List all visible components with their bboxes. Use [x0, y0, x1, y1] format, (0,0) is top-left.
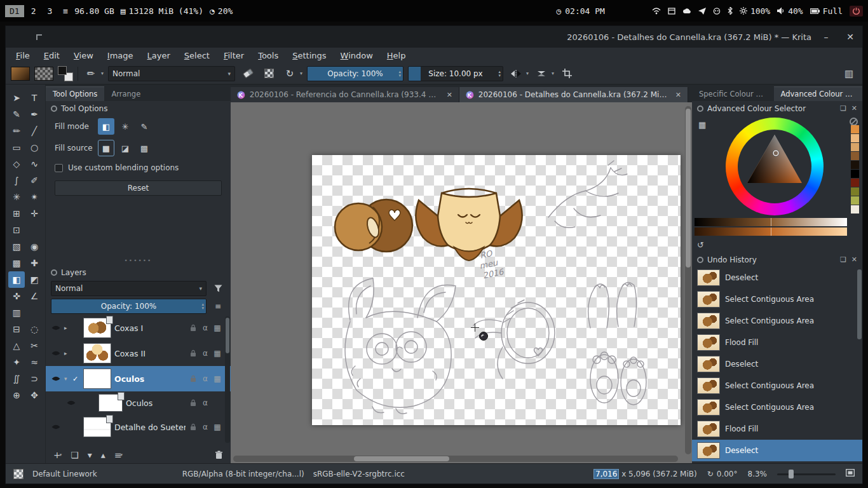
scrollbar-thumb[interactable]: [354, 456, 449, 461]
tool-button[interactable]: ◩: [26, 271, 43, 288]
selector-settings-icon[interactable]: ▦: [698, 120, 706, 130]
undo-history-item[interactable]: Flood Fill: [692, 332, 862, 353]
tool-button[interactable]: ✜: [8, 288, 25, 304]
fill-source-button[interactable]: ◪: [117, 140, 133, 156]
layer-row[interactable]: Detalhe do Sueter α ▦: [46, 414, 231, 440]
reload-preset-button[interactable]: ↻: [281, 65, 298, 82]
move-layer-down-button[interactable]: ▾: [88, 450, 92, 460]
workspace-indicator[interactable]: 3: [43, 5, 57, 17]
tool-button[interactable]: ▥: [8, 304, 25, 321]
tool-button[interactable]: ▧: [8, 238, 25, 255]
spinbox-arrows[interactable]: ▴▾: [201, 299, 204, 313]
chevron-down-icon[interactable]: ▾: [300, 71, 302, 76]
layer-row[interactable]: Oculos α ▦: [61, 391, 231, 414]
blending-mode-combo[interactable]: Normal▾: [108, 66, 235, 81]
chevron-down-icon[interactable]: ▾: [526, 71, 529, 76]
tool-button[interactable]: ✂: [26, 337, 43, 354]
duplicate-layer-button[interactable]: ❏: [71, 450, 79, 460]
add-layer-button[interactable]: +▾: [53, 450, 62, 460]
eraser-mode-button[interactable]: [240, 65, 256, 82]
refresh-icon[interactable]: ↺: [697, 240, 704, 250]
cloud-icon[interactable]: [682, 8, 691, 14]
tool-button[interactable]: ◌: [26, 321, 43, 337]
battery-status[interactable]: Full: [810, 6, 843, 16]
custom-blending-checkbox[interactable]: [55, 164, 63, 172]
undo-history-item[interactable]: Deselect: [692, 267, 862, 288]
zoom-slider[interactable]: [777, 470, 836, 478]
visibility-eye-icon[interactable]: [66, 400, 76, 406]
layer-opacity-slider[interactable]: Opacity: 100% ▴▾: [51, 299, 207, 314]
tool-button[interactable]: ⊕: [8, 387, 25, 403]
color-wheel[interactable]: [726, 118, 824, 215]
layer-thumbnail[interactable]: [83, 318, 111, 338]
tool-button[interactable]: ◧: [8, 271, 25, 288]
undo-history-item[interactable]: Deselect: [692, 440, 862, 461]
dimension-highlight[interactable]: 7,016: [593, 469, 619, 479]
menu-item[interactable]: Select: [184, 51, 210, 60]
foreground-color[interactable]: [58, 66, 67, 75]
color-swatch[interactable]: [851, 152, 859, 160]
layer-thumbnail[interactable]: [98, 394, 123, 412]
tool-button[interactable]: ✴: [26, 189, 43, 205]
fill-mode-button[interactable]: ✎: [136, 118, 153, 135]
foreground-background-colors[interactable]: [58, 66, 73, 81]
fill-mode-button[interactable]: ◧: [98, 118, 114, 135]
layer-thumbnail[interactable]: [83, 369, 111, 389]
workspace-indicator[interactable]: 2: [27, 5, 41, 17]
chevron-down-icon[interactable]: ▾: [101, 71, 104, 76]
docker-splitter[interactable]: ••••••: [46, 256, 231, 265]
workspace-indicator[interactable]: D1: [5, 5, 24, 17]
tool-button[interactable]: ✐: [26, 172, 43, 189]
telegram-icon[interactable]: [698, 8, 706, 15]
zoom-slider-handle[interactable]: [789, 470, 794, 478]
visibility-eye-icon[interactable]: [51, 325, 61, 331]
zoom-level[interactable]: 8.3%: [748, 470, 768, 478]
menu-item[interactable]: Layer: [147, 51, 170, 60]
undo-history-item[interactable]: Select Contiguous Area: [692, 396, 862, 418]
brush-size-slider[interactable]: Size: 10.00 px ▴▾: [408, 66, 503, 81]
color-swatch[interactable]: [851, 205, 859, 214]
layer-filter-button[interactable]: [210, 281, 226, 295]
fill-mode-button[interactable]: ✳: [117, 118, 133, 135]
volume-status[interactable]: 40%: [777, 6, 803, 16]
close-docker-icon[interactable]: ✕: [851, 104, 857, 112]
tool-button[interactable]: ◉: [26, 238, 43, 255]
menu-item[interactable]: Edit: [44, 51, 60, 60]
lock-icon[interactable]: [189, 324, 198, 332]
docker-tab[interactable]: Tool Options: [46, 86, 104, 101]
chevron-down-icon[interactable]: ▾: [552, 71, 554, 76]
alpha-lock-icon[interactable]: α: [201, 398, 210, 407]
alpha-lock-icon[interactable]: α: [201, 423, 210, 431]
undo-scrollbar-thumb[interactable]: [857, 269, 862, 339]
layer-options-button[interactable]: ≡: [210, 299, 226, 313]
lock-icon[interactable]: [189, 349, 198, 357]
tool-button[interactable]: ○: [26, 139, 43, 156]
inherit-alpha-icon[interactable]: ▦: [213, 374, 222, 383]
chat-icon[interactable]: [713, 8, 721, 15]
move-layer-up-button[interactable]: ▴: [101, 450, 105, 460]
float-docker-icon[interactable]: ❏: [840, 104, 846, 112]
hsv-triangle[interactable]: [738, 130, 811, 203]
scrollbar-thumb[interactable]: [686, 109, 691, 268]
spinbox-arrows[interactable]: ▴▾: [399, 67, 402, 81]
crop-button[interactable]: [559, 65, 575, 82]
visibility-eye-icon[interactable]: [51, 350, 61, 356]
brush-preset-button[interactable]: ✏: [83, 65, 99, 82]
menu-item[interactable]: File: [16, 51, 30, 60]
tool-button[interactable]: ⊟: [8, 321, 25, 337]
menu-icon[interactable]: ≡: [63, 6, 68, 16]
tool-button[interactable]: ∬: [8, 370, 25, 387]
lock-icon[interactable]: [189, 375, 198, 383]
undo-history-item[interactable]: Select Contiguous Area: [692, 288, 862, 310]
tool-button[interactable]: ✛: [26, 205, 43, 222]
layer-thumbnail[interactable]: [83, 343, 111, 363]
fill-source-button[interactable]: ▩: [136, 140, 153, 156]
inherit-alpha-icon[interactable]: ▦: [213, 349, 222, 358]
visibility-eye-icon[interactable]: [51, 424, 61, 430]
menu-item[interactable]: Help: [387, 51, 406, 60]
undo-history-item[interactable]: Select Contiguous Area: [692, 375, 862, 396]
gradient-swatch[interactable]: [11, 67, 30, 81]
close-button[interactable]: ✕: [841, 32, 860, 42]
tool-button[interactable]: ╱: [26, 123, 43, 139]
menu-item[interactable]: Filter: [224, 51, 244, 60]
